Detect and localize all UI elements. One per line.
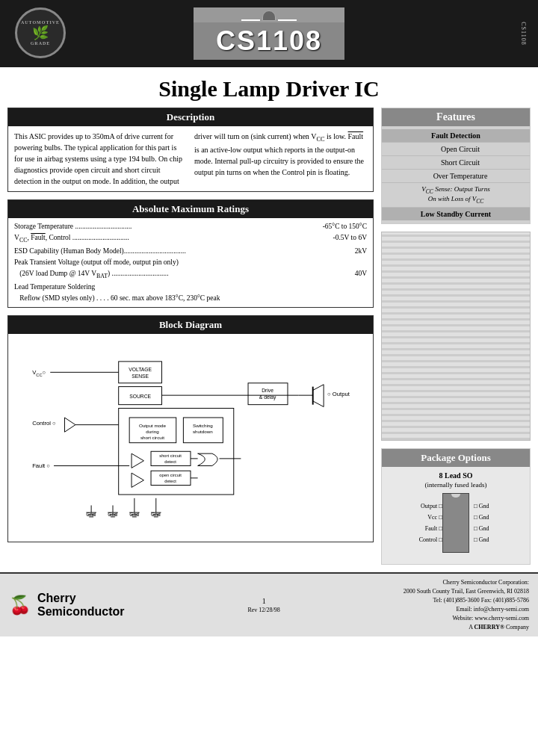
feature-low-standby: Low Standby Current: [382, 208, 530, 220]
svg-marker-29: [132, 473, 143, 487]
rating-value: -0.5V to 6V: [333, 232, 367, 246]
svg-text:detect: detect: [164, 459, 176, 464]
revision: Rev 12/28/98: [247, 607, 279, 613]
description-text: This ASIC provides up to 350mA of drive …: [8, 126, 373, 191]
block-diagram-svg: VCC○ VOLTAGE SENSE SOURCE Drive & delay: [14, 340, 367, 534]
chip-lines: [208, 10, 330, 21]
rating-row-loaddump: (26V load Dump @ 14V VBAT) .............…: [14, 268, 367, 282]
page-title: Single Lamp Driver IC: [0, 67, 538, 108]
svg-text:short circuit: short circuit: [159, 453, 182, 458]
svg-text:Drive: Drive: [262, 388, 273, 393]
description-section: Description This ASIC provides up to 350…: [7, 108, 374, 192]
svg-text:Fault ○: Fault ○: [32, 462, 50, 469]
automotive-badge: AUTOMOTIVE 🌿 GRADE: [15, 7, 66, 58]
rating-row-soldering: Lead Temperature Soldering: [14, 282, 367, 293]
package-content: 8 Lead SO (internally fused leads) Outpu…: [382, 467, 530, 564]
pin-fault-label: Fault □: [411, 523, 442, 534]
block-diagram-content: VCC○ VOLTAGE SENSE SOURCE Drive & delay: [8, 334, 373, 542]
ic-diagram-inner: Output □ Vcc □ Fault □ Control □ □ Gnd: [411, 493, 501, 557]
package-options-label: Package Options: [421, 452, 491, 463]
description-col1: This ASIC provides up to 350mA of drive …: [14, 131, 187, 187]
pin-control-label: Control □: [411, 534, 442, 545]
rating-row-transient: Peak Transient Voltage (output off mode,…: [14, 257, 367, 268]
ic-body: [442, 493, 469, 553]
company-name-line1: Cherry: [37, 592, 124, 605]
pin-gnd4-label: □ Gnd: [474, 534, 501, 545]
rating-row-reflow: Reflow (SMD styles only) . . . . 60 sec.…: [14, 293, 367, 304]
rating-value: -65°C to 150°C: [323, 221, 367, 232]
company-email: Email: info@cherry-semi.com: [404, 605, 529, 614]
chip-id-text: CS1108: [216, 25, 322, 56]
header-center: CS1108: [194, 7, 344, 60]
page-number: 1: [247, 597, 279, 605]
rating-label: Reflow (SMD styles only) . . . . 60 sec.…: [14, 294, 220, 302]
feature-vcc-sense: VCC Sense: Output TurnsOn with Loss of V…: [382, 183, 530, 208]
decorative-stripe-area: [381, 232, 531, 441]
svg-text:open circuit: open circuit: [159, 473, 182, 477]
feature-fault-detection: Fault Detection: [382, 129, 530, 143]
rating-value: 40V: [355, 268, 367, 282]
block-diagram-section: Block Diagram VCC○ VOLTAGE SENSE SOURCE: [7, 315, 374, 542]
svg-text:& delay: & delay: [259, 394, 276, 400]
ratings-content: Storage Temperature ....................…: [8, 218, 373, 307]
pin-output-label: Output □: [411, 501, 442, 512]
company-name: Cherry Semiconductor: [37, 592, 124, 619]
rating-label: ESD Capability (Human Body Model).......…: [14, 246, 186, 257]
ratings-header: Absolute Maximum Ratings: [8, 200, 373, 218]
svg-text:VOLTAGE: VOLTAGE: [129, 367, 152, 372]
svg-text:Control ○: Control ○: [32, 420, 56, 427]
automotive-logo: AUTOMOTIVE 🌿 GRADE: [15, 7, 66, 58]
header: AUTOMOTIVE 🌿 GRADE CS1108 CS1108: [0, 0, 538, 67]
ic-notch: [451, 494, 460, 498]
company-tag-text: CHERRY®: [474, 624, 504, 630]
company-tag: A CHERRY® Company: [404, 623, 529, 632]
svg-text:SOURCE: SOURCE: [129, 394, 151, 399]
company-tel: Tel: (401)885-3600 Fax: (401)885-5786: [404, 596, 529, 605]
svg-marker-28: [132, 453, 143, 468]
package-name: 8 Lead SO: [386, 471, 525, 480]
footer-logo: 🍒 Cherry Semiconductor: [9, 592, 124, 619]
rating-label: (26V load Dump @ 14V VBAT) .............…: [14, 268, 169, 282]
feature-open-circuit: Open Circuit: [382, 143, 530, 156]
block-diagram-header: Block Diagram: [8, 316, 373, 334]
svg-text:SENSE: SENSE: [132, 374, 149, 379]
pin-gnd3-label: □ Gnd: [474, 523, 501, 534]
svg-text:Output mode: Output mode: [139, 424, 167, 429]
right-column: Features Fault Detection Open Circuit Sh…: [381, 108, 531, 565]
features-header: Features: [382, 108, 530, 126]
main-content: Description This ASIC provides up to 350…: [0, 108, 538, 565]
footer-info: Cherry Semiconductor Corporation: 2000 S…: [404, 578, 529, 632]
pin-gnd1-label: □ Gnd: [474, 501, 501, 512]
svg-text:Switching: Switching: [193, 424, 213, 429]
feature-over-temp: Over Temperature: [382, 170, 530, 183]
svg-text:shutdown: shutdown: [193, 429, 213, 434]
ic-pins-left: Output □ Vcc □ Fault □ Control □: [411, 501, 442, 546]
description-col2: driver will turn on (sink current) when …: [194, 131, 367, 187]
ic-pins-right: □ Gnd □ Gnd □ Gnd □ Gnd: [474, 501, 501, 546]
left-column: Description This ASIC provides up to 350…: [7, 108, 381, 565]
rating-label: VCC, Fault, Control ....................…: [14, 232, 129, 246]
footer: 🍒 Cherry Semiconductor 1 Rev 12/28/98 Ch…: [0, 572, 538, 636]
rating-value: 2kV: [355, 246, 367, 257]
svg-line-13: [313, 385, 324, 391]
vertical-label: CS1108: [520, 22, 527, 46]
package-options-header: Package Options: [382, 449, 530, 467]
pin-gnd2-label: □ Gnd: [474, 512, 501, 523]
rating-row-esd: ESD Capability (Human Body Model).......…: [14, 246, 367, 257]
feature-short-circuit: Short Circuit: [382, 156, 530, 170]
svg-text:VCC○: VCC○: [32, 369, 46, 377]
rating-row-storage: Storage Temperature ....................…: [14, 221, 367, 232]
pin-vcc-label: Vcc □: [411, 512, 442, 523]
rating-label: Peak Transient Voltage (output off mode,…: [14, 258, 179, 266]
svg-text:during: during: [146, 429, 159, 434]
badge-bottom-text: GRADE: [31, 41, 51, 46]
description-header: Description: [8, 108, 373, 126]
company-address: 2000 South County Trail, East Greenwich,…: [404, 587, 529, 596]
svg-text:short circuit: short circuit: [140, 435, 164, 440]
features-list: Fault Detection Open Circuit Short Circu…: [382, 126, 530, 223]
features-panel: Features Fault Detection Open Circuit Sh…: [381, 108, 531, 224]
ratings-section: Absolute Maximum Ratings Storage Tempera…: [7, 199, 374, 308]
company-full: Cherry Semiconductor Corporation:: [404, 578, 529, 587]
badge-icon: 🌿: [32, 25, 49, 41]
svg-line-14: [313, 401, 324, 407]
